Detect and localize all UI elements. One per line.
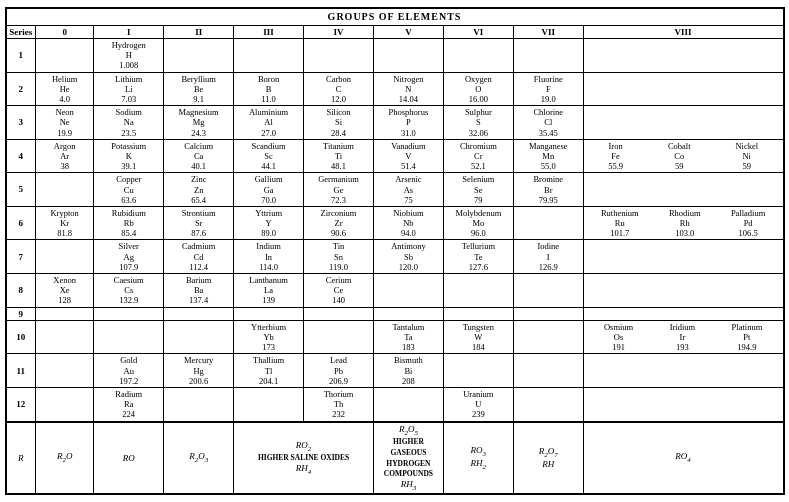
group-V-header: V bbox=[373, 25, 443, 38]
cell-4-III: ScandiumSc44.1 bbox=[234, 139, 304, 173]
footer-I: RO bbox=[94, 422, 164, 494]
footer-III-IV: RO2 HIGHER SALINE OXIDES RH4 bbox=[234, 422, 374, 494]
table-title: GROUPS OF ELEMENTS bbox=[6, 9, 783, 26]
cell-6-VII bbox=[513, 206, 583, 240]
group-I-header: I bbox=[94, 25, 164, 38]
cell-11-II: MercuryHg200.6 bbox=[164, 354, 234, 388]
cell-9-0 bbox=[36, 307, 94, 320]
cell-8-VII bbox=[513, 274, 583, 308]
cell-6-VIII: RutheniumRu101.7 RhodiumRh103.0 Palladiu… bbox=[583, 206, 783, 240]
cell-6-V: NiobiumNb94.0 bbox=[373, 206, 443, 240]
cell-7-VIII bbox=[583, 240, 783, 274]
cell-11-VII bbox=[513, 354, 583, 388]
cell-11-III: ThalliumTl204.1 bbox=[234, 354, 304, 388]
cell-12-VIII bbox=[583, 388, 783, 422]
cell-8-I: CaesiumCs132.9 bbox=[94, 274, 164, 308]
cell-3-IV: SiliconSi28.4 bbox=[304, 106, 374, 140]
cell-3-II: MagnesiumMg24.3 bbox=[164, 106, 234, 140]
cell-2-V: NitrogenN14.04 bbox=[373, 72, 443, 106]
cell-2-0: HeliumHe4.0 bbox=[36, 72, 94, 106]
footer-0: R2O bbox=[36, 422, 94, 494]
cell-1-VI bbox=[443, 39, 513, 73]
group-VII-header: VII bbox=[513, 25, 583, 38]
cell-5-II: ZincZn65.4 bbox=[164, 173, 234, 207]
cell-11-VIII bbox=[583, 354, 783, 388]
table-row: 8 XenonXe128 CaesiumCs132.9 BariumBa137.… bbox=[6, 274, 783, 308]
cell-4-0: ArgonAr38 bbox=[36, 139, 94, 173]
cell-5-IV: GermaniumGe72.3 bbox=[304, 173, 374, 207]
series-5: 5 bbox=[6, 173, 36, 207]
table-row: 1 HydrogenH1.008 bbox=[6, 39, 783, 73]
footer-VII: R2O7RH bbox=[513, 422, 583, 494]
series-4: 4 bbox=[6, 139, 36, 173]
cell-3-VIII bbox=[583, 106, 783, 140]
series-6: 6 bbox=[6, 206, 36, 240]
table-row: 4 ArgonAr38 PotassiumK39.1 CalciumCa40.1… bbox=[6, 139, 783, 173]
series-7: 7 bbox=[6, 240, 36, 274]
series-header: Series bbox=[6, 25, 36, 38]
cell-8-II: BariumBa137.4 bbox=[164, 274, 234, 308]
table-row: 2 HeliumHe4.0 LithiumLi7.03 BerylliumBe9… bbox=[6, 72, 783, 106]
cell-5-I: CopperCu63.6 bbox=[94, 173, 164, 207]
cell-9-III bbox=[234, 307, 304, 320]
cell-3-VI: SulphurS32.06 bbox=[443, 106, 513, 140]
cell-9-V bbox=[373, 307, 443, 320]
cell-1-V bbox=[373, 39, 443, 73]
cell-9-VII bbox=[513, 307, 583, 320]
footer-V: R2O5 HIGHER GASEOUS HYDROGEN COMPOUNDS R… bbox=[373, 422, 443, 494]
cell-1-II bbox=[164, 39, 234, 73]
cell-9-VI bbox=[443, 307, 513, 320]
cell-1-VIII bbox=[583, 39, 783, 73]
cell-5-VII: BromineBr79.95 bbox=[513, 173, 583, 207]
cell-11-I: GoldAu197.2 bbox=[94, 354, 164, 388]
cell-6-I: RubidiumRb85.4 bbox=[94, 206, 164, 240]
cell-10-V: TantalumTa183 bbox=[373, 320, 443, 354]
cell-12-II bbox=[164, 388, 234, 422]
cell-10-VII bbox=[513, 320, 583, 354]
cell-8-VIII bbox=[583, 274, 783, 308]
group-0-header: 0 bbox=[36, 25, 94, 38]
series-8: 8 bbox=[6, 274, 36, 308]
cell-3-VII: ChlorineCl35.45 bbox=[513, 106, 583, 140]
cell-2-VII: FluorineF19.0 bbox=[513, 72, 583, 106]
footer-row: R R2O RO R2O3 RO2 HIGHER SALINE OXIDES R… bbox=[6, 422, 783, 494]
cell-1-IV bbox=[304, 39, 374, 73]
cell-12-IV: ThoriumTh232 bbox=[304, 388, 374, 422]
cell-10-III: YtterbiumYb173 bbox=[234, 320, 304, 354]
cell-7-I: SilverAg107.9 bbox=[94, 240, 164, 274]
group-III-header: III bbox=[234, 25, 304, 38]
series-12: 12 bbox=[6, 388, 36, 422]
cell-8-V bbox=[373, 274, 443, 308]
cell-12-V bbox=[373, 388, 443, 422]
cell-2-II: BerylliumBe9.1 bbox=[164, 72, 234, 106]
cell-1-0 bbox=[36, 39, 94, 73]
group-VI-header: VI bbox=[443, 25, 513, 38]
cell-7-IV: TinSn119.0 bbox=[304, 240, 374, 274]
cell-10-0 bbox=[36, 320, 94, 354]
table-row: 11 GoldAu197.2 MercuryHg200.6 ThalliumTl… bbox=[6, 354, 783, 388]
cell-5-V: ArsenicAs75 bbox=[373, 173, 443, 207]
cell-11-IV: LeadPb206.9 bbox=[304, 354, 374, 388]
series-3: 3 bbox=[6, 106, 36, 140]
cell-10-I bbox=[94, 320, 164, 354]
cell-4-IV: TitaniumTi48.1 bbox=[304, 139, 374, 173]
cell-10-II bbox=[164, 320, 234, 354]
cell-2-VIII bbox=[583, 72, 783, 106]
cell-1-VII bbox=[513, 39, 583, 73]
cell-12-III bbox=[234, 388, 304, 422]
cell-3-V: PhosphorusP31.0 bbox=[373, 106, 443, 140]
cell-10-VIII: OsmiumOs191 IridiumIr193 PlatinumPt194.9 bbox=[583, 320, 783, 354]
cell-6-II: StrontiumSr87.6 bbox=[164, 206, 234, 240]
cell-1-III bbox=[234, 39, 304, 73]
cell-11-VI bbox=[443, 354, 513, 388]
cell-2-I: LithiumLi7.03 bbox=[94, 72, 164, 106]
cell-9-VIII bbox=[583, 307, 783, 320]
cell-8-VI bbox=[443, 274, 513, 308]
periodic-table: GROUPS OF ELEMENTS Series 0 I II III IV … bbox=[5, 7, 785, 495]
cell-4-VII: ManganeseMn55.0 bbox=[513, 139, 583, 173]
cell-12-0 bbox=[36, 388, 94, 422]
cell-1-I: HydrogenH1.008 bbox=[94, 39, 164, 73]
cell-4-VI: ChromiumCr52.1 bbox=[443, 139, 513, 173]
series-2: 2 bbox=[6, 72, 36, 106]
cell-4-I: PotassiumK39.1 bbox=[94, 139, 164, 173]
